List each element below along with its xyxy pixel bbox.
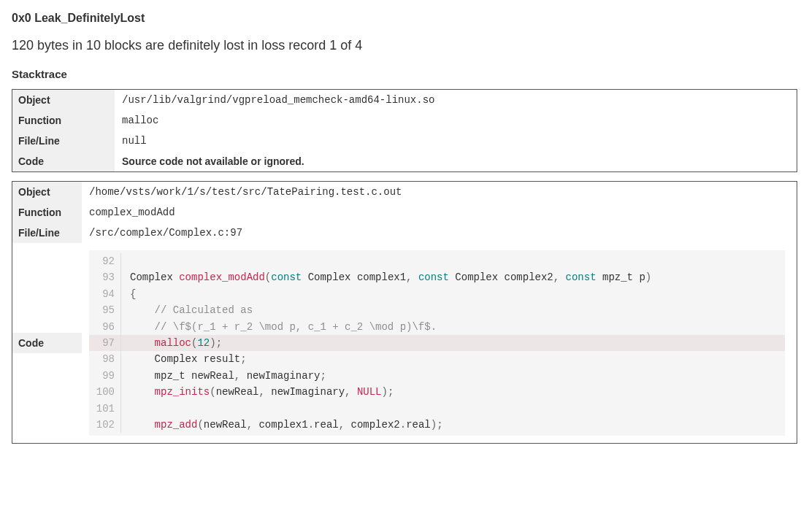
line-number: 98 (89, 351, 121, 367)
code-line: 97 malloc(12); (89, 335, 785, 351)
line-number: 102 (89, 417, 121, 433)
line-content: mpz_t newReal, newImaginary; (121, 368, 326, 384)
line-number: 101 (89, 401, 121, 417)
frame-row-object: Object /home/vsts/work/1/s/test/src/Tate… (12, 182, 797, 202)
line-content: // \f$(r_1 + r_2 \mod p, c_1 + c_2 \mod … (121, 319, 437, 335)
stack-frame: Object /usr/lib/valgrind/vgpreload_memch… (12, 89, 797, 172)
line-number: 92 (89, 253, 121, 269)
frame-value-object: /usr/lib/valgrind/vgpreload_memcheck-amd… (115, 90, 797, 110)
error-title: 0x0 Leak_DefinitelyLost (12, 12, 797, 25)
code-line: 96 // \f$(r_1 + r_2 \mod p, c_1 + c_2 \m… (89, 319, 785, 335)
line-number: 94 (89, 286, 121, 302)
code-line: 102 mpz_add(newReal, complex1.real, comp… (89, 417, 785, 433)
frame-label-file-line: File/Line (12, 131, 115, 151)
line-content: // Calculated as (121, 302, 253, 318)
line-number: 97 (89, 335, 121, 351)
line-content: { (121, 286, 136, 302)
code-container: 9293Complex complex_modAdd(const Complex… (82, 243, 797, 443)
frame-label-function: Function (12, 110, 115, 131)
frame-value-code-unavailable: Source code not available or ignored. (115, 151, 797, 171)
code-line: 100 mpz_inits(newReal, newImaginary, NUL… (89, 384, 785, 400)
line-content: mpz_add(newReal, complex1.real, complex2… (121, 417, 443, 433)
frame-row-code: Code 9293Complex complex_modAdd(const Co… (12, 243, 797, 443)
line-content: Complex result; (121, 351, 247, 367)
code-block: 9293Complex complex_modAdd(const Complex… (89, 250, 785, 436)
frame-row-function: Function malloc (12, 110, 797, 131)
code-line: 94{ (89, 286, 785, 302)
frame-value-file-line: null (115, 131, 797, 151)
frame-label-object: Object (12, 90, 115, 110)
line-number: 96 (89, 319, 121, 335)
code-line: 98 Complex result; (89, 351, 785, 367)
frame-value-function: malloc (115, 110, 797, 131)
code-line: 99 mpz_t newReal, newImaginary; (89, 368, 785, 384)
line-content: Complex complex_modAdd(const Complex com… (121, 269, 651, 285)
line-content: malloc(12); (121, 335, 222, 351)
frame-row-file-line: File/Line /src/complex/Complex.c:97 (12, 223, 797, 243)
frame-label-function: Function (12, 202, 82, 223)
frame-label-code: Code (12, 333, 82, 353)
frame-row-file-line: File/Line null (12, 131, 797, 151)
frame-row-function: Function complex_modAdd (12, 202, 797, 223)
frame-label-object: Object (12, 182, 82, 202)
section-stacktrace-heading: Stacktrace (12, 68, 797, 80)
frame-value-function: complex_modAdd (82, 202, 797, 223)
line-number: 99 (89, 368, 121, 384)
code-line: 101 (89, 401, 785, 417)
stack-frame: Object /home/vsts/work/1/s/test/src/Tate… (12, 181, 797, 444)
line-number: 93 (89, 269, 121, 285)
frame-row-code: Code Source code not available or ignore… (12, 151, 797, 171)
code-line: 95 // Calculated as (89, 302, 785, 318)
code-line: 93Complex complex_modAdd(const Complex c… (89, 269, 785, 285)
code-line: 92 (89, 253, 785, 269)
line-number: 100 (89, 384, 121, 400)
frame-label-file-line: File/Line (12, 223, 82, 243)
frame-value-object: /home/vsts/work/1/s/test/src/TatePairing… (82, 182, 797, 202)
error-summary: 120 bytes in 10 blocks are definitely lo… (12, 38, 797, 53)
frame-value-file-line: /src/complex/Complex.c:97 (82, 223, 797, 243)
line-number: 95 (89, 302, 121, 318)
frame-row-object: Object /usr/lib/valgrind/vgpreload_memch… (12, 90, 797, 110)
line-content: mpz_inits(newReal, newImaginary, NULL); (121, 384, 394, 400)
frame-label-code: Code (12, 151, 115, 171)
